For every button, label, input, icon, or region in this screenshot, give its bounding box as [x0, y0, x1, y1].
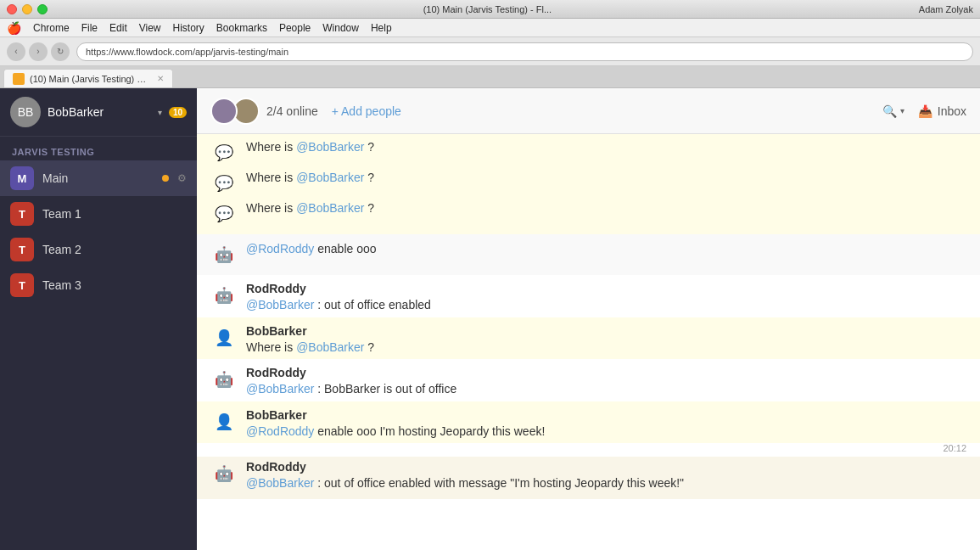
mention: @RodRoddy [246, 424, 314, 438]
msg-sender: BobBarker [246, 408, 966, 422]
channel-label-main: Main [42, 171, 154, 185]
menu-help[interactable]: Help [371, 22, 392, 34]
tab-favicon [13, 73, 25, 85]
sidebar-item-main[interactable]: M Main ⚙ [0, 160, 197, 196]
address-bar[interactable]: https://www.flowdock.com/app/jarvis-test… [76, 42, 973, 61]
browser-toolbar: ‹ › ↻ https://www.flowdock.com/app/jarvi… [0, 37, 980, 66]
app-container: BB BobBarker ▾ 10 JARVIS TESTING M Main … [0, 88, 980, 550]
search-icon: 🔍 [882, 104, 897, 118]
msg-sender: BobBarker [246, 324, 966, 338]
mention: @BobBarker [296, 171, 364, 184]
bot-avatar: 💬 [210, 170, 238, 197]
msg-content: BobBarker Where is @BobBarker ? [246, 324, 966, 356]
nav-buttons[interactable]: ‹ › ↻ [7, 42, 70, 61]
msg-sender: RodRoddy [246, 282, 966, 295]
search-dropdown-icon: ▾ [900, 106, 904, 115]
avatar-initials: BB [18, 105, 34, 119]
msg-sender: RodRoddy [246, 366, 966, 379]
msg-text: Where is @BobBarker ? [246, 140, 374, 154]
table-row: 👤 BobBarker Where is @BobBarker ? [197, 317, 980, 360]
message-group-with-time: 20:12 🤖 RodRoddy @BobBarker : out of off… [197, 443, 980, 499]
minimize-button[interactable] [22, 4, 32, 14]
sidebar-user-section[interactable]: BB BobBarker ▾ 10 [0, 88, 197, 137]
avatar: BB [10, 97, 41, 127]
user-info: Adam Zolyak [919, 4, 973, 14]
close-button[interactable] [7, 4, 17, 14]
msg-content: RodRoddy @BobBarker : out of office enab… [246, 460, 966, 492]
channel-label-team3: Team 3 [42, 278, 187, 292]
msg-text: Where is @BobBarker ? [246, 201, 374, 215]
table-row: 🤖 RodRoddy @BobBarker : BobBarker is out… [197, 359, 980, 401]
channel-label-team2: Team 2 [42, 243, 187, 256]
top-bar-right: 🔍 ▾ 📥 Inbox [882, 104, 966, 118]
mention: @BobBarker [296, 140, 364, 154]
back-button[interactable]: ‹ [7, 42, 25, 61]
rodroddy-avatar: 🤖 [210, 366, 238, 393]
rodroddy-avatar: 🤖 [210, 460, 238, 487]
search-button[interactable]: 🔍 ▾ [882, 104, 904, 118]
forward-button[interactable]: › [29, 42, 48, 61]
table-row: 💬 Where is @BobBarker ? [197, 134, 980, 168]
channel-icon-team2: T [10, 238, 34, 261]
menu-file[interactable]: File [81, 22, 98, 34]
sidebar-item-team3[interactable]: T Team 3 [0, 267, 197, 303]
msg-text: @BobBarker : BobBarker is out of office [246, 381, 966, 398]
mac-title-bar: (10) Main (Jarvis Testing) - Fl... Adam … [0, 0, 980, 19]
msg-text: Where is @BobBarker ? [246, 340, 966, 356]
msg-content: Where is @BobBarker ? [246, 139, 966, 156]
main-content: 2/4 online + Add people 🔍 ▾ 📥 Inbox 💬 [197, 88, 980, 550]
sidebar-item-team2[interactable]: T Team 2 [0, 232, 197, 267]
menu-window[interactable]: Window [322, 22, 359, 34]
channel-icon-main: M [10, 166, 34, 190]
msg-text: @BobBarker : out of office enabled [246, 297, 966, 314]
message-timestamp: 20:12 [197, 443, 980, 457]
msg-content: Where is @BobBarker ? [246, 170, 966, 187]
menu-view[interactable]: View [139, 22, 161, 34]
top-bar: 2/4 online + Add people 🔍 ▾ 📥 Inbox [197, 88, 980, 134]
sidebar-item-team1[interactable]: T Team 1 [0, 196, 197, 232]
table-row: 👤 BobBarker @RodRoddy enable ooo I'm hos… [197, 401, 980, 444]
tab-close-button[interactable]: ✕ [157, 74, 164, 83]
online-users-section: 2/4 online [210, 98, 318, 125]
menu-bookmarks[interactable]: Bookmarks [216, 22, 267, 34]
menu-people[interactable]: People [279, 22, 311, 34]
msg-content: @RodRoddy enable ooo [246, 241, 966, 258]
user-avatars [210, 98, 260, 125]
msg-content: RodRoddy @BobBarker : BobBarker is out o… [246, 366, 966, 398]
msg-content: Where is @BobBarker ? [246, 200, 966, 217]
bot-avatar: 💬 [210, 139, 238, 166]
refresh-button[interactable]: ↻ [51, 42, 70, 61]
add-people-button[interactable]: + Add people [332, 104, 401, 118]
msg-text: @RodRoddy enable ooo I'm hosting Jeopard… [246, 424, 966, 441]
online-count: 2/4 online [266, 104, 318, 118]
mention: @BobBarker [246, 382, 314, 396]
maximize-button[interactable] [37, 4, 48, 14]
sidebar: BB BobBarker ▾ 10 JARVIS TESTING M Main … [0, 88, 197, 550]
messages-area[interactable]: 💬 Where is @BobBarker ? 💬 Where is @BobB… [197, 134, 980, 550]
menu-chrome[interactable]: Chrome [33, 22, 70, 34]
notification-badge: 10 [169, 107, 187, 118]
tab-bar: (10) Main (Jarvis Testing) - Fl... ✕ [0, 66, 980, 88]
channel-label-team1: Team 1 [42, 207, 187, 221]
avatar-user1 [210, 98, 238, 125]
chevron-down-icon: ▾ [158, 108, 162, 117]
inbox-button[interactable]: 📥 Inbox [918, 104, 966, 118]
channel-icon-team3: T [10, 273, 34, 297]
table-row: 💬 Where is @BobBarker ? [197, 168, 980, 199]
msg-content: RodRoddy @BobBarker : out of office enab… [246, 282, 966, 314]
mac-menu-bar: 🍎 Chrome File Edit View History Bookmark… [0, 19, 980, 37]
menu-edit[interactable]: Edit [109, 22, 127, 34]
user-name: BobBarker [48, 105, 151, 119]
online-indicator [162, 175, 169, 182]
table-row: 🤖 RodRoddy @BobBarker : out of office en… [197, 457, 980, 499]
menu-history[interactable]: History [173, 22, 204, 34]
inbox-label: Inbox [938, 104, 966, 118]
sidebar-section-label: JARVIS TESTING [0, 137, 197, 160]
channel-icon-team1: T [10, 202, 34, 226]
msg-content: BobBarker @RodRoddy enable ooo I'm hosti… [246, 408, 966, 441]
mention: @RodRoddy [246, 242, 314, 255]
window-controls[interactable] [7, 4, 48, 14]
gear-icon[interactable]: ⚙ [177, 172, 187, 184]
active-tab[interactable]: (10) Main (Jarvis Testing) - Fl... ✕ [3, 69, 173, 87]
apple-menu[interactable]: 🍎 [7, 21, 21, 35]
